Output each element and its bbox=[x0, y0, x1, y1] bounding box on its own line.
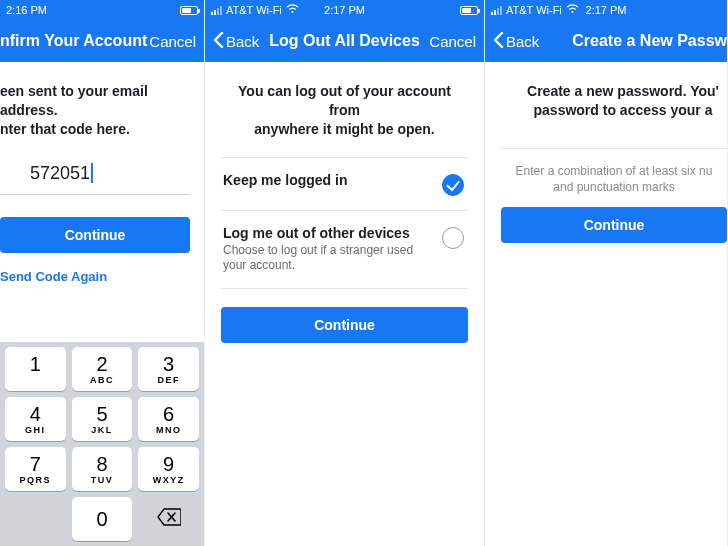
page-title: nfirm Your Account bbox=[0, 32, 147, 50]
password-helper-text: Enter a combination of at least six nu a… bbox=[501, 148, 727, 207]
key-9[interactable]: 9WXYZ bbox=[138, 447, 199, 491]
logout-headline: You can log out of your account from any… bbox=[221, 82, 468, 139]
key-backspace[interactable] bbox=[138, 497, 199, 541]
option-title: Keep me logged in bbox=[223, 172, 432, 188]
status-time: 2:17 PM bbox=[324, 4, 365, 16]
screen-confirm-account: 2:16 PM nfirm Your Account Cancel een se… bbox=[0, 0, 205, 546]
nav-bar: nfirm Your Account Cancel bbox=[0, 20, 204, 62]
option-title: Log me out of other devices bbox=[223, 225, 432, 241]
back-button[interactable]: Back bbox=[493, 32, 539, 51]
password-headline: Create a new password. You' password to … bbox=[501, 82, 727, 120]
battery-icon bbox=[460, 6, 478, 15]
svg-point-1 bbox=[571, 11, 573, 13]
carrier-label: AT&T Wi-Fi bbox=[226, 4, 282, 16]
numeric-keypad: 1 2ABC 3DEF 4GHI 5JKL 6MNO 7PQRS 8TUV 9W… bbox=[0, 342, 204, 546]
key-4[interactable]: 4GHI bbox=[5, 397, 66, 441]
backspace-icon bbox=[157, 508, 181, 530]
key-blank bbox=[5, 497, 66, 541]
cancel-button[interactable]: Cancel bbox=[149, 33, 196, 50]
back-button[interactable]: Back bbox=[213, 32, 259, 51]
key-1[interactable]: 1 bbox=[5, 347, 66, 391]
nav-bar: Back Create a New Passw bbox=[485, 20, 727, 62]
chevron-left-icon bbox=[213, 32, 224, 51]
key-3[interactable]: 3DEF bbox=[138, 347, 199, 391]
status-time: 2:16 PM bbox=[6, 4, 47, 16]
text-cursor bbox=[91, 163, 93, 183]
continue-button[interactable]: Continue bbox=[221, 307, 468, 343]
radio-selected-icon bbox=[442, 174, 464, 196]
key-0[interactable]: 0 bbox=[72, 497, 133, 541]
resend-code-link[interactable]: Send Code Again bbox=[0, 269, 190, 284]
chevron-left-icon bbox=[493, 32, 504, 51]
key-8[interactable]: 8TUV bbox=[72, 447, 133, 491]
key-5[interactable]: 5JKL bbox=[72, 397, 133, 441]
option-keep-logged-in[interactable]: Keep me logged in bbox=[221, 157, 468, 210]
code-value: 572051 bbox=[30, 163, 90, 183]
content: You can log out of your account from any… bbox=[205, 62, 484, 546]
nav-bar: Back Log Out All Devices Cancel bbox=[205, 20, 484, 62]
screen-create-password: AT&T Wi-Fi 2:17 PM Back Create a New Pas… bbox=[485, 0, 728, 546]
screen-logout-devices: AT&T Wi-Fi 2:17 PM Back Log Out All Devi… bbox=[205, 0, 485, 546]
wifi-icon bbox=[286, 4, 299, 16]
status-bar: AT&T Wi-Fi 2:17 PM bbox=[205, 0, 484, 20]
battery-icon bbox=[180, 6, 198, 15]
option-log-out-others[interactable]: Log me out of other devices Choose to lo… bbox=[221, 210, 468, 289]
page-title: Create a New Passw bbox=[572, 32, 727, 50]
option-subtitle: Choose to log out if a stranger used you… bbox=[223, 243, 432, 274]
key-6[interactable]: 6MNO bbox=[138, 397, 199, 441]
content: Create a new password. You' password to … bbox=[485, 62, 727, 546]
cancel-button[interactable]: Cancel bbox=[429, 33, 476, 50]
code-input-wrapper[interactable]: 572051 bbox=[0, 157, 190, 195]
status-icons bbox=[180, 6, 198, 15]
signal-icon bbox=[491, 6, 502, 15]
carrier-label: AT&T Wi-Fi bbox=[506, 4, 562, 16]
signal-icon bbox=[211, 6, 222, 15]
status-bar: 2:16 PM bbox=[0, 0, 204, 20]
confirm-headline: een sent to your email address. nter tha… bbox=[0, 82, 190, 139]
radio-unselected-icon bbox=[442, 227, 464, 249]
wifi-icon bbox=[566, 4, 579, 16]
content: een sent to your email address. nter tha… bbox=[0, 62, 204, 342]
key-7[interactable]: 7PQRS bbox=[5, 447, 66, 491]
status-time: 2:17 PM bbox=[586, 4, 627, 16]
continue-button[interactable]: Continue bbox=[0, 217, 190, 253]
key-2[interactable]: 2ABC bbox=[72, 347, 133, 391]
status-icons bbox=[460, 6, 478, 15]
svg-point-0 bbox=[291, 11, 293, 13]
continue-button[interactable]: Continue bbox=[501, 207, 727, 243]
page-title: Log Out All Devices bbox=[269, 32, 420, 50]
status-bar: AT&T Wi-Fi 2:17 PM bbox=[485, 0, 727, 20]
